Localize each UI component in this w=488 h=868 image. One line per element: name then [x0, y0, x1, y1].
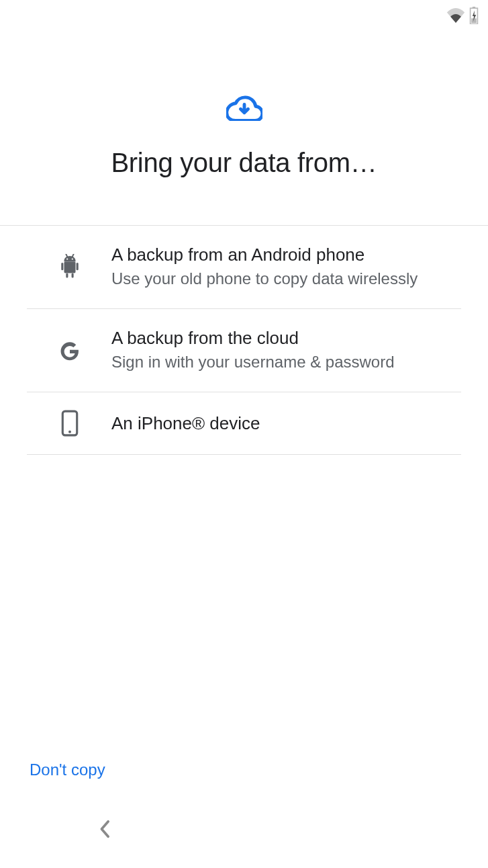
option-android-backup[interactable]: A backup from an Android phone Use your …	[27, 226, 461, 309]
svg-line-10	[72, 254, 74, 257]
back-icon[interactable]	[99, 820, 111, 841]
option-text: A backup from an Android phone Use your …	[111, 243, 418, 291]
nav-bar	[0, 820, 488, 841]
option-text: An iPhone® device	[111, 412, 260, 435]
option-subtitle: Sign in with your username & password	[111, 350, 395, 374]
options-list: A backup from an Android phone Use your …	[0, 225, 488, 455]
svg-line-9	[66, 254, 67, 257]
svg-point-11	[66, 258, 68, 259]
status-bar	[446, 7, 479, 27]
option-subtitle: Use your old phone to copy data wireless…	[111, 267, 418, 291]
android-icon	[58, 254, 82, 281]
battery-charging-icon	[469, 7, 479, 27]
smartphone-icon	[58, 410, 82, 437]
option-text: A backup from the cloud Sign in with you…	[111, 327, 395, 374]
option-iphone[interactable]: An iPhone® device	[27, 392, 461, 455]
svg-rect-7	[66, 273, 68, 277]
svg-rect-5	[61, 262, 63, 269]
svg-rect-6	[77, 262, 79, 269]
option-title: An iPhone® device	[111, 412, 260, 435]
svg-point-12	[72, 258, 73, 259]
option-cloud-backup[interactable]: A backup from the cloud Sign in with you…	[27, 309, 461, 392]
page-title: Bring your data from…	[0, 148, 488, 178]
option-title: A backup from the cloud	[111, 327, 395, 350]
svg-rect-8	[72, 273, 74, 277]
svg-rect-4	[64, 261, 76, 273]
svg-point-14	[68, 431, 71, 433]
option-title: A backup from an Android phone	[111, 243, 418, 267]
wifi-icon	[446, 8, 465, 26]
cloud-download-icon	[0, 94, 488, 121]
dont-copy-button[interactable]: Don't copy	[30, 761, 105, 779]
google-g-icon	[58, 337, 82, 364]
